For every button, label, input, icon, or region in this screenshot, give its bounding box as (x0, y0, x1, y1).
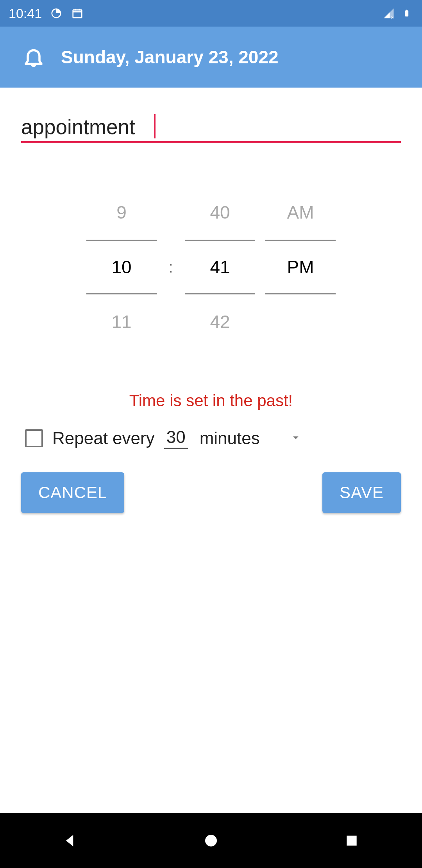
hour-selected[interactable]: 10 (86, 240, 157, 294)
pie-icon (50, 7, 63, 20)
repeat-label: Repeat every (52, 429, 155, 448)
minute-selected[interactable]: 41 (185, 240, 255, 294)
ampm-picker[interactable]: AM PM (265, 185, 336, 349)
title-input-wrap[interactable] (21, 115, 401, 143)
nav-back-icon[interactable] (59, 829, 82, 852)
text-cursor (154, 114, 156, 138)
ampm-next (265, 294, 336, 349)
time-picker: 9 10 11 : 40 41 42 AM PM (21, 185, 401, 349)
ampm-selected[interactable]: PM (265, 240, 336, 294)
svg-rect-0 (73, 10, 82, 18)
repeat-value-input[interactable]: 30 (164, 427, 188, 449)
cancel-button[interactable]: CANCEL (21, 472, 124, 513)
minute-prev: 40 (185, 185, 255, 240)
chevron-down-icon[interactable] (290, 431, 302, 445)
system-nav-bar (0, 813, 422, 868)
minute-picker[interactable]: 40 41 42 (185, 185, 255, 349)
warning-text: Time is set in the past! (21, 391, 401, 410)
hour-prev: 9 (86, 185, 157, 240)
repeat-unit-select[interactable]: minutes (200, 429, 260, 448)
repeat-checkbox[interactable] (25, 429, 43, 447)
hour-next: 11 (86, 294, 157, 349)
status-bar: 10:41 x (0, 0, 422, 27)
svg-text:x: x (391, 15, 393, 19)
button-row: CANCEL SAVE (21, 472, 401, 513)
svg-rect-8 (347, 836, 356, 845)
bell-icon (22, 45, 45, 69)
repeat-row: Repeat every 30 minutes (21, 427, 401, 449)
nav-home-icon[interactable] (199, 829, 223, 852)
calendar-icon (71, 7, 84, 20)
battery-icon (400, 7, 413, 20)
svg-point-7 (205, 835, 217, 846)
status-time: 10:41 (9, 6, 42, 21)
hour-picker[interactable]: 9 10 11 (86, 185, 157, 349)
ampm-prev: AM (265, 185, 336, 240)
signal-icon: x (382, 7, 395, 20)
time-colon: : (167, 258, 175, 276)
nav-recent-icon[interactable] (340, 829, 363, 852)
svg-rect-5 (405, 11, 408, 17)
save-button[interactable]: SAVE (322, 472, 401, 513)
app-bar: Sunday, January 23, 2022 (0, 27, 422, 88)
page-title: Sunday, January 23, 2022 (61, 47, 279, 68)
svg-rect-6 (406, 10, 407, 11)
minute-next: 42 (185, 294, 255, 349)
title-input[interactable] (21, 115, 401, 139)
